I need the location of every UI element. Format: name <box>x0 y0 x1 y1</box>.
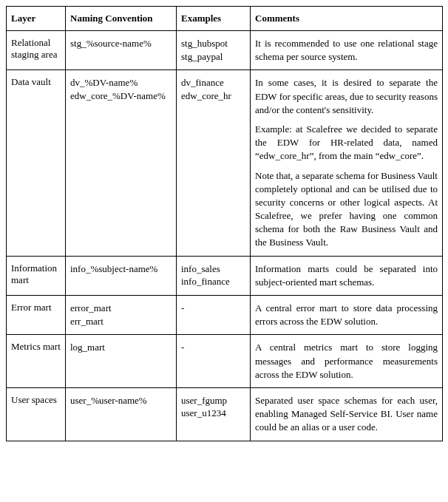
table-body: Relational staging areastg_%source-name%… <box>7 31 443 441</box>
cell-examples: info_sales info_finance <box>177 256 251 295</box>
table-row: Relational staging areastg_%source-name%… <box>7 31 443 70</box>
comments-paragraph: Note that, a separate schema for Busines… <box>255 169 438 250</box>
table-header-row: Layer Naming Convention Examples Comment… <box>7 7 443 31</box>
col-header-examples: Examples <box>177 7 251 31</box>
cell-comments: It is recommended to use one relational … <box>251 31 443 70</box>
cell-layer: Metrics mart <box>7 335 66 388</box>
cell-examples: user_fgump user_u1234 <box>177 387 251 441</box>
cell-layer: Error mart <box>7 296 66 335</box>
naming-convention-table: Layer Naming Convention Examples Comment… <box>6 6 443 441</box>
cell-comments: A central metrics mart to store logging … <box>251 335 443 388</box>
col-header-comments: Comments <box>251 7 443 31</box>
comments-paragraph: A central metrics mart to store logging … <box>255 341 438 381</box>
cell-examples: dv_finance edw_core_hr <box>177 70 251 256</box>
cell-examples: - <box>177 296 251 335</box>
col-header-layer: Layer <box>7 7 66 31</box>
cell-layer: User spaces <box>7 387 66 441</box>
cell-naming: dv_%DV-name% edw_core_%DV-name% <box>66 70 177 256</box>
cell-comments: Information marts could be separated int… <box>251 256 443 295</box>
comments-paragraph: A central error mart to store data proce… <box>255 302 438 328</box>
comments-paragraph: Information marts could be separated int… <box>255 262 438 289</box>
cell-layer: Relational staging area <box>7 31 66 70</box>
cell-examples: stg_hubspot stg_paypal <box>177 31 251 70</box>
cell-comments: In some cases, it is desired to separate… <box>251 70 443 256</box>
comments-paragraph: In some cases, it is desired to separate… <box>255 76 438 117</box>
comments-paragraph: It is recommended to use one relational … <box>255 37 438 64</box>
table-row: Metrics martlog_mart-A central metrics m… <box>7 335 443 388</box>
cell-comments: Separated user space schemas for each us… <box>251 387 443 441</box>
table-row: Data vaultdv_%DV-name% edw_core_%DV-name… <box>7 70 443 256</box>
table-row: Information martinfo_%subject-name%info_… <box>7 256 443 295</box>
cell-naming: user_%user-name% <box>66 387 177 441</box>
cell-naming: log_mart <box>66 335 177 388</box>
table-row: Error marterror_mart err_mart-A central … <box>7 296 443 335</box>
cell-layer: Data vault <box>7 70 66 256</box>
cell-naming: stg_%source-name% <box>66 31 177 70</box>
cell-layer: Information mart <box>7 256 66 295</box>
table-row: User spacesuser_%user-name%user_fgump us… <box>7 387 443 441</box>
cell-comments: A central error mart to store data proce… <box>251 296 443 335</box>
cell-examples: - <box>177 335 251 388</box>
cell-naming: info_%subject-name% <box>66 256 177 295</box>
comments-paragraph: Example: at Scalefree we decided to sepa… <box>255 123 438 163</box>
cell-naming: error_mart err_mart <box>66 296 177 335</box>
col-header-naming: Naming Convention <box>66 7 177 31</box>
comments-paragraph: Separated user space schemas for each us… <box>255 394 438 435</box>
